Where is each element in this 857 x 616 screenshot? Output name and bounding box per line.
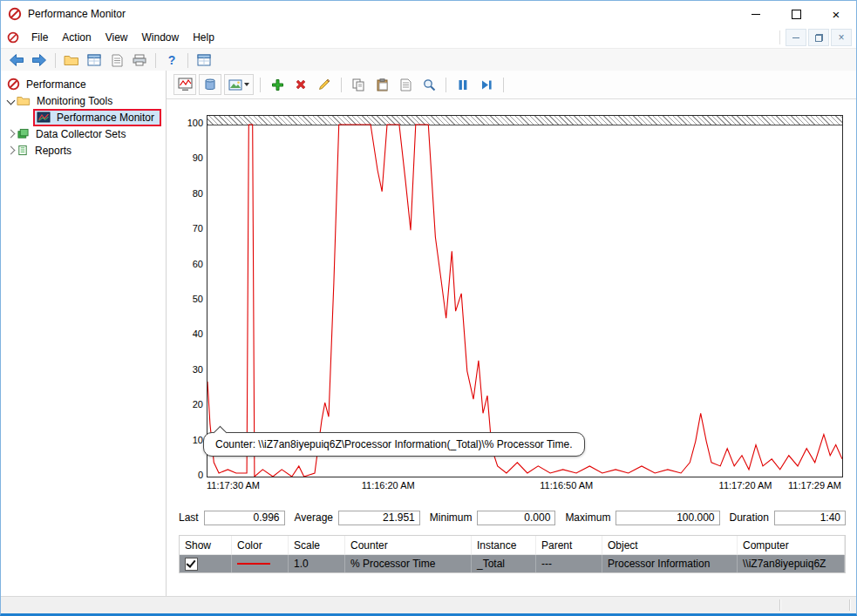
tree-item-monitoring-tools[interactable]: Monitoring Tools [1,92,166,109]
header-computer[interactable]: Computer [738,536,845,554]
x-axis-labels: 11:17:30 AM11:16:20 AM11:16:50 AM11:17:2… [207,480,841,494]
freeze-display-button[interactable] [452,75,473,94]
highlight-button[interactable] [314,75,335,94]
y-tick-label: 60 [167,259,203,269]
menu-view[interactable]: View [99,29,135,46]
chart-canvas [207,116,842,477]
tree-item-performance[interactable]: Performance [1,76,166,92]
new-window-icon [197,54,211,66]
counter-tooltip: Counter: \\iZ7an8iyepuiq6Z\Processor Inf… [203,432,585,457]
stat-minimum-label: Minimum [430,511,473,524]
change-graph-type-icon [228,79,242,91]
forward-button[interactable] [29,51,50,70]
cell-object: Processor Information [602,555,738,572]
tree-item-reports[interactable]: Reports [1,142,166,159]
show-hide-console-tree-button[interactable] [61,51,82,70]
close-button[interactable]: × [816,1,856,27]
toolbar-separator [187,53,188,68]
change-graph-type-button[interactable] [224,74,254,95]
mdi-restore-button[interactable] [808,29,829,46]
view-current-activity-button[interactable] [173,74,196,95]
stat-average-value: 21.951 [338,511,420,525]
header-show[interactable]: Show [180,536,232,554]
view-log-data-icon [204,78,216,91]
y-tick-label: 50 [167,294,203,304]
minimize-button[interactable] [736,1,776,27]
window-list-button[interactable] [84,51,105,70]
back-icon [9,53,24,67]
reports-icon [17,145,29,156]
copy-properties-button[interactable] [348,75,369,94]
minimize-icon [752,14,760,15]
export-list-button[interactable] [106,51,127,70]
highlight-icon [318,78,330,91]
status-bar [1,596,856,613]
expander-monitoring-tools[interactable] [4,98,17,104]
chart-plot-area [207,115,843,477]
stat-average-label: Average [295,511,333,524]
add-counter-button[interactable] [267,75,288,94]
header-object[interactable]: Object [602,536,738,554]
header-parent[interactable]: Parent [536,536,602,554]
expander-data-collector-sets[interactable] [4,131,17,137]
check-icon [186,558,195,568]
show-counter-checkbox[interactable] [185,558,198,571]
y-tick-label: 0 [167,470,203,480]
y-tick-label: 40 [167,328,203,339]
mdi-restore-icon [815,34,823,42]
toolbar-separator [55,53,56,68]
stat-last-value: 0.996 [204,511,285,525]
mdi-minimize-icon [792,37,799,38]
show-hide-tree-icon [64,54,79,66]
menu-help[interactable]: Help [186,29,221,46]
console-tree: Performance Monitoring Tools Performance… [1,71,167,596]
tree-item-performance-monitor[interactable]: Performance Monitor [1,109,166,125]
expander-reports[interactable] [4,147,17,153]
y-tick-label: 70 [167,223,203,234]
x-tick-label: 11:17:20 AM [719,480,772,491]
forward-icon [31,53,47,67]
window-title: Performance Monitor [28,8,126,20]
back-button[interactable] [6,51,27,70]
x-tick-label: 11:16:50 AM [540,480,593,491]
menu-window[interactable]: Window [135,29,187,46]
help-button[interactable]: ? [161,51,182,70]
counter-row[interactable]: 1.0 % Processor Time _Total --- Processo… [180,555,845,572]
paste-counter-list-button[interactable] [371,75,392,94]
new-window-button[interactable] [194,51,214,70]
perfmon-app-icon [8,7,22,21]
delete-counter-button[interactable] [290,75,311,94]
header-counter[interactable]: Counter [345,536,472,554]
menu-action[interactable]: Action [55,29,98,46]
properties-icon [400,78,411,91]
data-collector-sets-icon [17,128,30,139]
toolbar-separator [260,78,261,92]
stat-last-label: Last [179,511,199,524]
header-color[interactable]: Color [232,536,289,554]
header-scale[interactable]: Scale [289,536,345,554]
mdi-close-button[interactable]: × [831,29,852,46]
statusbar-separator [779,599,781,611]
update-data-button[interactable] [476,75,497,94]
view-log-data-button[interactable] [199,74,221,95]
tree-label-performance: Performance [24,78,89,91]
view-current-activity-icon [178,78,193,91]
mdi-minimize-button[interactable] [786,29,806,46]
toolbar-separator [503,78,504,92]
print-button[interactable] [129,51,150,70]
performance-monitor-window: Performance Monitor × File Action View W… [0,0,857,616]
maximize-button[interactable] [776,1,816,27]
menu-file[interactable]: File [24,29,55,46]
tree-item-data-collector-sets[interactable]: Data Collector Sets [1,125,166,142]
zoom-button[interactable] [418,75,439,94]
y-tick-label: 80 [167,188,203,199]
main-area: Performance Monitoring Tools Performance… [1,71,856,596]
properties-button[interactable] [395,75,416,94]
y-tick-label: 90 [167,152,203,163]
y-tick-label: 100 [167,118,203,128]
header-instance[interactable]: Instance [472,536,536,554]
window-list-icon [87,54,101,66]
maximize-icon [792,10,801,19]
cell-scale: 1.0 [289,555,345,572]
mdi-separator [779,30,780,44]
